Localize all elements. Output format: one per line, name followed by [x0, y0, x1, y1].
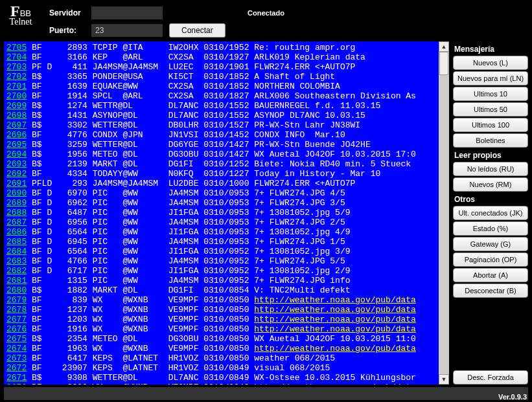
msg-link[interactable]: 2688: [6, 208, 27, 218]
side-button[interactable]: Ultimos 100: [453, 118, 528, 132]
msg-link[interactable]: 2701: [6, 82, 27, 91]
side-button[interactable]: Nuevos para mí (LN): [453, 71, 528, 85]
version-label: Ver.0.9.3: [498, 393, 527, 401]
msg-link[interactable]: 2694: [6, 150, 27, 159]
side-button[interactable]: Abortar (A): [453, 268, 528, 282]
msg-link[interactable]: 2672: [6, 363, 27, 373]
side-button[interactable]: Gateway (G): [453, 237, 528, 251]
side-button[interactable]: Estado (%): [453, 221, 528, 236]
msg-link[interactable]: 2682: [6, 266, 27, 276]
side-button[interactable]: No leídos (RU): [453, 162, 528, 176]
side-button[interactable]: Desconectar (B): [453, 284, 528, 298]
side-button[interactable]: Ultimos 50: [453, 102, 528, 117]
msg-link[interactable]: 2705: [6, 43, 27, 52]
server-label: Servidor: [49, 8, 85, 17]
url-link[interactable]: http://weather.noaa.gov/pub/data: [254, 324, 416, 334]
command-input[interactable]: [4, 387, 528, 400]
scroll-thumb[interactable]: [439, 52, 448, 75]
msg-link[interactable]: 2680: [6, 285, 27, 295]
msg-link[interactable]: 2704: [6, 52, 27, 62]
side-button[interactable]: Ultimos 10: [453, 87, 528, 101]
url-link[interactable]: http://weather.noaa.gov/pub/data: [254, 315, 416, 324]
side-button[interactable]: Paginación (OP): [453, 252, 528, 267]
msg-link[interactable]: 2678: [6, 305, 27, 315]
side-button[interactable]: Ult. conectados (JK): [453, 206, 528, 220]
msg-link[interactable]: 2683: [6, 256, 27, 266]
msg-link[interactable]: 2673: [6, 353, 27, 363]
msg-link[interactable]: 2676: [6, 324, 27, 334]
port-label: Puerto:: [49, 26, 85, 35]
side-header: Leer propios: [453, 149, 528, 161]
side-button[interactable]: Nuevos (RM): [453, 177, 528, 192]
scroll-down-button[interactable]: ▼: [439, 374, 449, 385]
msg-link[interactable]: 2703: [6, 62, 27, 72]
msg-link[interactable]: 2700: [6, 91, 27, 101]
msg-link[interactable]: 2689: [6, 198, 27, 208]
side-button[interactable]: Boletines: [453, 133, 528, 148]
msg-link[interactable]: 2684: [6, 247, 27, 256]
msg-link[interactable]: 2671: [6, 373, 27, 383]
server-input[interactable]: [91, 6, 163, 19]
force-disconnect-button[interactable]: Desc. Forzada: [453, 370, 528, 385]
app-logo: FBB Telnet: [5, 3, 36, 27]
side-button[interactable]: Nuevos (L): [453, 56, 528, 70]
msg-link[interactable]: 2687: [6, 218, 27, 227]
msg-link[interactable]: 2699: [6, 101, 27, 111]
msg-link[interactable]: 2692: [6, 169, 27, 179]
msg-link[interactable]: 2695: [6, 140, 27, 150]
port-input[interactable]: [91, 24, 163, 37]
msg-link[interactable]: 2685: [6, 237, 27, 247]
msg-link[interactable]: 2670: [6, 383, 27, 385]
msg-link[interactable]: 2690: [6, 188, 27, 198]
connect-button[interactable]: Conectar: [169, 23, 226, 38]
status-label: Conectado: [248, 9, 284, 17]
msg-link[interactable]: 2698: [6, 111, 27, 120]
msg-link[interactable]: 2677: [6, 315, 27, 324]
side-header: Otros: [453, 193, 528, 205]
msg-link[interactable]: 2691: [6, 179, 27, 188]
msg-link[interactable]: 2696: [6, 130, 27, 140]
msg-link[interactable]: 2679: [6, 295, 27, 305]
scroll-up-button[interactable]: ▲: [439, 41, 449, 52]
msg-link[interactable]: 2675: [6, 334, 27, 344]
msg-link[interactable]: 2681: [6, 276, 27, 285]
terminal-scrollbar[interactable]: ▲ ▼: [439, 41, 449, 385]
terminal-output[interactable]: 2705 BF 2893 TCPIP @ITA IW2OHX 0310/1952…: [4, 41, 439, 385]
msg-link[interactable]: 2702: [6, 72, 27, 82]
url-link[interactable]: http://weather.noaa.gov/pub/data: [254, 295, 416, 305]
msg-link[interactable]: 2693: [6, 159, 27, 169]
msg-link[interactable]: 2697: [6, 120, 27, 130]
msg-link[interactable]: 2686: [6, 227, 27, 237]
url-link[interactable]: http://weather.noaa.gov/pub/data: [254, 383, 416, 385]
url-link[interactable]: http://weather.noaa.gov/pub/data: [254, 344, 416, 353]
side-header: Mensajería: [453, 43, 528, 54]
url-link[interactable]: http://weather.noaa.gov/pub/data: [254, 305, 416, 315]
msg-link[interactable]: 2674: [6, 344, 27, 353]
